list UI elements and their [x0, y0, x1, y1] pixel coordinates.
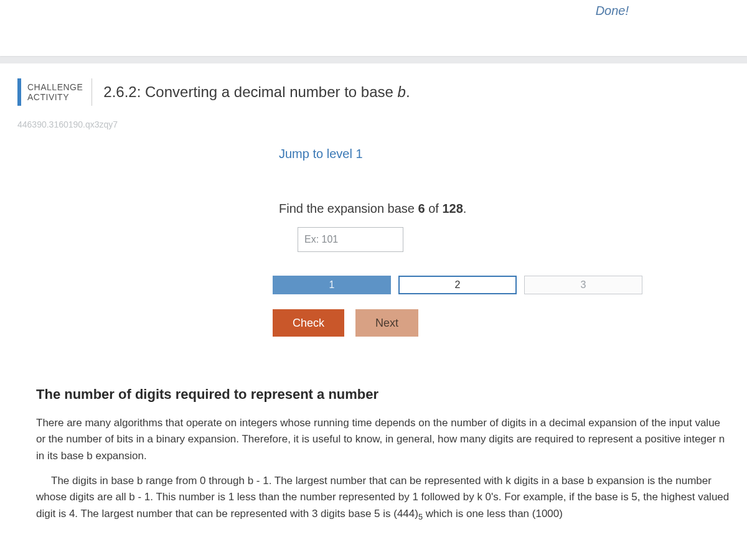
- challenge-title-var: b: [398, 83, 406, 100]
- challenge-number: 2.6.2:: [103, 83, 141, 100]
- activity-body: Jump to level 1 Find the expansion base …: [17, 147, 730, 523]
- challenge-tag-line2: ACTIVITY: [27, 92, 83, 102]
- challenge-tag: CHALLENGE ACTIVITY: [17, 78, 92, 106]
- tracking-code: 446390.3160190.qx3zqy7: [17, 119, 730, 129]
- para2-a: The digits in base b range from 0 throug…: [36, 475, 729, 520]
- check-button[interactable]: Check: [273, 309, 344, 337]
- button-row: Check Next: [273, 309, 730, 337]
- step-1[interactable]: 1: [273, 276, 391, 294]
- prompt-prefix: Find the expansion base: [279, 202, 418, 215]
- prompt-mid: of: [425, 202, 443, 215]
- section-para-2: The digits in base b range from 0 throug…: [36, 473, 730, 523]
- answer-input[interactable]: [298, 227, 403, 252]
- prompt-base: 6: [418, 202, 425, 215]
- level-steps: 1 2 3: [273, 276, 730, 294]
- challenge-header: CHALLENGE ACTIVITY 2.6.2: Converting a d…: [17, 78, 730, 106]
- step-3[interactable]: 3: [524, 276, 642, 294]
- prompt-text: Find the expansion base 6 of 128.: [279, 202, 730, 216]
- jump-to-level-link[interactable]: Jump to level 1: [279, 147, 363, 161]
- content-card: CHALLENGE ACTIVITY 2.6.2: Converting a d…: [0, 63, 747, 560]
- para2-b: which is one less than (1000): [423, 508, 563, 520]
- section-heading: The number of digits required to represe…: [36, 386, 730, 403]
- step-2[interactable]: 2: [398, 276, 517, 294]
- challenge-title-suffix: .: [406, 83, 410, 100]
- prompt-suffix: .: [463, 202, 467, 215]
- para2-sub: 5: [418, 512, 423, 521]
- done-status: Done!: [596, 4, 629, 18]
- challenge-title-text: Converting a decimal number to base: [145, 83, 398, 100]
- challenge-title: 2.6.2: Converting a decimal number to ba…: [103, 83, 410, 101]
- next-button[interactable]: Next: [355, 309, 418, 337]
- top-banner: Done!: [0, 0, 747, 56]
- challenge-tag-line1: CHALLENGE: [27, 82, 83, 92]
- prompt-value: 128: [442, 202, 463, 215]
- section-para-1: There are many algorithms that operate o…: [36, 415, 730, 464]
